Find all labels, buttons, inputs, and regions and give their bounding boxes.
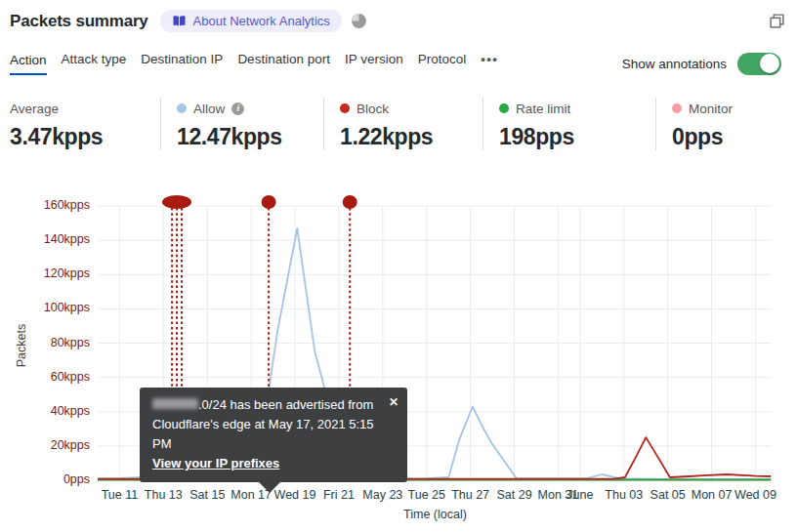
tooltip-line1: .0/24 has been advertised from [198,397,373,412]
y-tick-label: 160kpps [0,198,90,212]
y-tick-label: 60kpps [0,370,90,384]
toggle-knob [760,54,779,73]
x-tick-label: Wed 09 [717,488,795,502]
legend-dot [499,103,509,113]
stat-block: Block1.22kpps [323,98,482,150]
y-tick-label: 40kpps [0,404,90,418]
tab-more-menu[interactable]: ••• [481,52,498,75]
show-annotations-toggle[interactable] [737,53,781,75]
stat-label: Rate limit [516,102,570,116]
about-network-analytics-link[interactable]: About Network Analytics [160,10,342,32]
tab-action[interactable]: Action [10,53,47,76]
annotation-dot[interactable] [262,195,276,209]
stat-monitor: Monitor0pps [655,98,792,150]
show-annotations-control: Show annotations [622,53,781,75]
tab-destination-port[interactable]: Destination port [237,52,330,75]
info-icon[interactable]: i [231,102,244,115]
annotation-tooltip: ✕ .0/24 has been advertised from Cloudfl… [140,388,407,482]
tab-ip-version[interactable]: IP version [345,52,403,75]
dimension-tabs: ActionAttack typeDestination IPDestinati… [10,49,781,78]
annotation-dot[interactable] [343,195,357,209]
tab-attack-type[interactable]: Attack type [62,52,127,75]
stat-average: Average3.47kpps [10,98,160,150]
y-tick-label: 20kpps [0,438,90,452]
stat-value: 12.47kpps [177,124,323,150]
y-tick-label: 100kpps [0,301,90,314]
tooltip-line2: Cloudflare's edge at May 17, 2021 5:15 P… [152,417,374,451]
summary-stats-row: Average3.47kppsAllowi12.47kppsBlock1.22k… [10,98,792,150]
stat-value: 1.22kpps [340,124,482,150]
show-annotations-label: Show annotations [622,57,727,71]
stat-value: 0pps [672,124,792,150]
y-tick-label: 120kpps [0,266,90,280]
page-title: Packets summary [10,12,148,31]
redacted-ip-prefix [152,398,198,409]
x-axis-title: Time (local) [389,508,482,521]
y-tick-label: 0pps [0,472,90,486]
y-tick-label: 140kpps [0,232,90,246]
book-icon [172,15,187,27]
restore-window-icon[interactable] [769,13,785,29]
header: Packets summary About Network Analytics [10,10,785,32]
stat-value: 3.47kpps [10,124,160,150]
stat-label: Average [10,102,59,116]
close-icon[interactable]: ✕ [389,392,398,412]
tab-protocol[interactable]: Protocol [418,52,467,75]
stat-label: Block [357,102,389,116]
stat-value: 198pps [499,124,655,150]
annotation-dot[interactable] [162,195,191,209]
network-analytics-panel: Packets summary About Network Analytics [0,0,797,532]
stat-label: Allow [193,102,225,116]
stat-label: Monitor [689,102,733,116]
view-ip-prefixes-link[interactable]: View your IP prefixes [152,454,279,473]
legend-dot [340,103,350,113]
tooltip-caret [259,482,280,493]
legend-dot [177,103,187,113]
tab-destination-ip[interactable]: Destination IP [141,52,223,75]
y-tick-label: 80kpps [0,336,90,349]
stat-allow: Allowi12.47kpps [160,98,323,150]
stat-rate-limit: Rate limit198pps [482,98,655,150]
pie-chart-icon [351,13,367,29]
legend-dot [672,103,682,113]
about-badge-label: About Network Analytics [193,14,330,28]
